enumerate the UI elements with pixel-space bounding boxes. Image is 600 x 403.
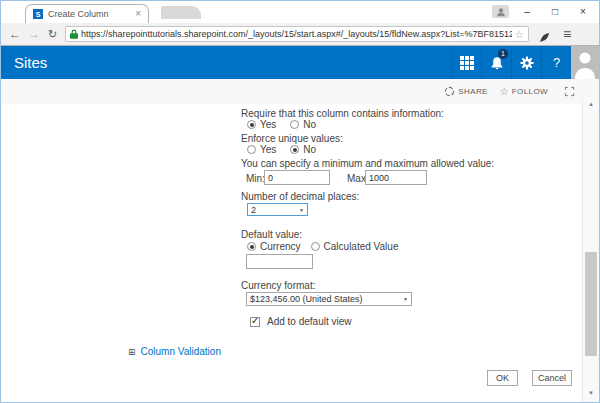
new-tab-button[interactable]: [161, 6, 201, 19]
profile-icon[interactable]: [492, 5, 509, 18]
default-value-radio-group: Currency Calculated Value: [247, 241, 398, 252]
extension-icon[interactable]: [539, 29, 550, 47]
scroll-up-icon[interactable]: ▲: [583, 97, 599, 111]
app-launcher-button[interactable]: [451, 46, 481, 79]
grid-icon: [460, 56, 474, 70]
require-yes-label: Yes: [260, 119, 276, 130]
column-validation-section: ⊞ Column Validation: [128, 346, 221, 357]
max-input[interactable]: [365, 170, 427, 185]
unique-yes-label: Yes: [260, 144, 276, 155]
follow-star-icon: ☆: [500, 86, 509, 97]
currency-format-dropdown[interactable]: $123,456.00 (United States) ▼: [246, 292, 412, 306]
user-avatar[interactable]: [571, 46, 599, 79]
notification-badge: 1: [498, 49, 508, 59]
default-value-label: Default value:: [241, 229, 302, 240]
unique-no-label: No: [303, 144, 316, 155]
settings-button[interactable]: [511, 46, 541, 79]
suite-icons: 1 ?: [451, 46, 571, 79]
unique-yes-radio[interactable]: [247, 145, 256, 154]
require-label: Require that this column contains inform…: [241, 108, 444, 119]
chevron-down-icon: ▼: [299, 207, 304, 213]
site-title[interactable]: Sites: [14, 46, 47, 79]
require-no-radio[interactable]: [290, 120, 299, 129]
reload-icon[interactable]: ↻: [48, 23, 57, 45]
browser-toolbar: ← → ↻ https://sharepointtutorials.sharep…: [1, 23, 599, 46]
column-validation-link[interactable]: Column Validation: [141, 346, 221, 357]
default-view-row: ✓ Add to default view: [250, 316, 352, 327]
require-no-label: No: [303, 119, 316, 130]
require-radio-group: Yes No: [247, 119, 316, 130]
window-controls: – □ ×: [513, 1, 597, 23]
default-currency-radio[interactable]: [247, 242, 256, 251]
currency-format-label: Currency format:: [241, 280, 315, 291]
unique-radio-group: Yes No: [247, 144, 316, 155]
maximize-button[interactable]: □: [541, 1, 569, 23]
follow-button[interactable]: FOLLOW: [512, 87, 548, 96]
title-bar: S Create Column × – □ ×: [1, 1, 599, 23]
share-button[interactable]: SHARE: [458, 87, 488, 96]
unique-label: Enforce unique values:: [241, 133, 343, 144]
help-button[interactable]: ?: [541, 46, 571, 79]
cancel-button[interactable]: Cancel: [532, 370, 572, 386]
share-icon: [444, 86, 455, 97]
currency-format-value: $123,456.00 (United States): [250, 294, 363, 304]
address-bar[interactable]: https://sharepointtutorials.sharepoint.c…: [65, 26, 529, 42]
check-icon: ✓: [251, 315, 259, 326]
form-content: Require that this column contains inform…: [1, 104, 599, 402]
secure-lock-icon: [70, 29, 78, 39]
forward-icon[interactable]: →: [28, 23, 40, 45]
scroll-down-icon[interactable]: ▼: [583, 386, 599, 400]
vertical-scrollbar[interactable]: ▲ ▼: [582, 97, 599, 402]
default-currency-label: Currency: [260, 241, 301, 252]
unique-no-radio[interactable]: [290, 145, 299, 154]
url-text[interactable]: https://sharepointtutorials.sharepoint.c…: [81, 29, 512, 39]
default-calculated-radio[interactable]: [311, 242, 320, 251]
min-input[interactable]: [264, 170, 330, 185]
expand-box-icon[interactable]: ⊞: [128, 347, 136, 357]
browser-window: S Create Column × – □ × ← → ↻ https://sh…: [0, 0, 600, 403]
default-value-input[interactable]: [246, 254, 313, 269]
chevron-down-icon: ▼: [403, 296, 408, 302]
tab-title: Create Column: [48, 9, 130, 19]
add-default-view-label: Add to default view: [267, 316, 352, 327]
focus-mode-button[interactable]: [564, 86, 575, 97]
fullscreen-icon: [564, 86, 575, 97]
bookmark-star-icon[interactable]: ☆: [515, 29, 524, 40]
quill-icon: [539, 32, 550, 43]
tab-close-icon[interactable]: ×: [135, 9, 141, 19]
action-bar: SHARE ☆ FOLLOW: [1, 79, 599, 104]
close-button[interactable]: ×: [569, 1, 597, 23]
add-default-view-checkbox[interactable]: ✓: [250, 317, 260, 327]
ok-button[interactable]: OK: [487, 370, 518, 386]
suite-bar: Sites 1: [1, 46, 599, 79]
minimize-button[interactable]: –: [513, 1, 541, 23]
back-icon[interactable]: ←: [9, 23, 21, 45]
default-calculated-label: Calculated Value: [324, 241, 399, 252]
min-label: Min:: [246, 173, 265, 184]
browser-menu-icon[interactable]: ≡: [563, 23, 571, 45]
help-icon: ?: [553, 55, 560, 70]
require-yes-radio[interactable]: [247, 120, 256, 129]
person-icon: [496, 7, 506, 17]
scrollbar-thumb[interactable]: [585, 252, 597, 356]
notifications-button[interactable]: 1: [481, 46, 511, 79]
decimals-label: Number of decimal places:: [241, 191, 359, 202]
sharepoint-favicon-icon: S: [33, 9, 43, 19]
browser-tab[interactable]: S Create Column ×: [25, 4, 149, 23]
decimals-value: 2: [251, 205, 256, 215]
person-silhouette-icon: [571, 46, 599, 79]
decimals-dropdown[interactable]: 2 ▼: [247, 203, 308, 216]
range-label: You can specify a minimum and maximum al…: [241, 158, 494, 169]
gear-icon: [520, 56, 534, 70]
